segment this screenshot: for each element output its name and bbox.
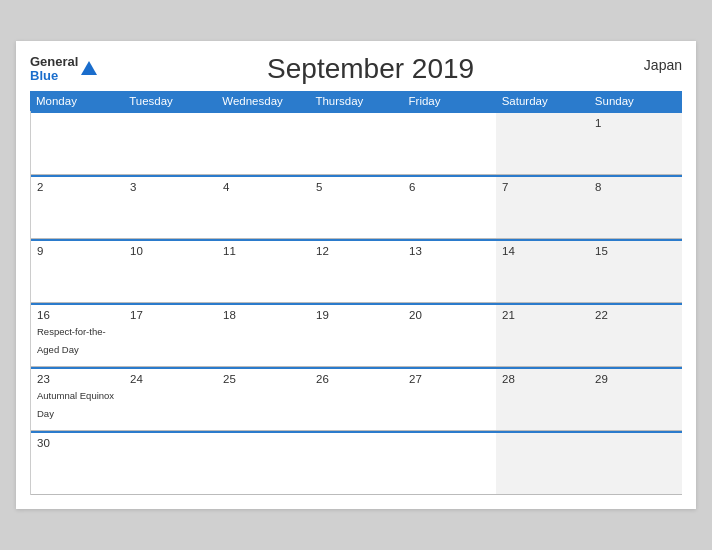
day-number: 10 <box>130 245 211 257</box>
day-headers: MondayTuesdayWednesdayThursdayFridaySatu… <box>30 91 682 111</box>
day-number: 11 <box>223 245 304 257</box>
day-number: 28 <box>502 373 583 385</box>
day-number: 17 <box>130 309 211 321</box>
day-number: 21 <box>502 309 583 321</box>
day-cell-0-2 <box>217 113 310 175</box>
day-cell-0-4 <box>403 113 496 175</box>
day-header-sunday: Sunday <box>589 91 682 111</box>
day-cell-3-5: 21 <box>496 305 589 367</box>
day-number: 1 <box>595 117 676 129</box>
logo-blue-text: Blue <box>30 69 78 83</box>
day-cell-1-6: 8 <box>589 177 682 239</box>
logo-triangle-icon <box>81 61 97 75</box>
day-cell-0-6: 1 <box>589 113 682 175</box>
day-number: 25 <box>223 373 304 385</box>
day-event: Respect-for-the-Aged Day <box>37 326 106 355</box>
logo-general-text: General <box>30 55 78 69</box>
day-cell-2-3: 12 <box>310 241 403 303</box>
calendar-grid: 12345678910111213141516Respect-for-the-A… <box>30 111 682 495</box>
day-number: 15 <box>595 245 676 257</box>
day-number: 14 <box>502 245 583 257</box>
day-cell-1-1: 3 <box>124 177 217 239</box>
day-number: 22 <box>595 309 676 321</box>
day-cell-5-0: 30 <box>31 433 124 495</box>
day-number: 6 <box>409 181 490 193</box>
calendar-header: General Blue September 2019 Japan <box>30 53 682 85</box>
day-header-tuesday: Tuesday <box>123 91 216 111</box>
day-cell-5-6 <box>589 433 682 495</box>
day-cell-4-2: 25 <box>217 369 310 431</box>
day-cell-1-4: 6 <box>403 177 496 239</box>
day-number: 20 <box>409 309 490 321</box>
day-number: 7 <box>502 181 583 193</box>
day-header-saturday: Saturday <box>496 91 589 111</box>
day-cell-0-1 <box>124 113 217 175</box>
calendar-title: September 2019 <box>267 53 474 85</box>
day-header-friday: Friday <box>403 91 496 111</box>
day-number: 9 <box>37 245 118 257</box>
day-number: 27 <box>409 373 490 385</box>
day-cell-2-0: 9 <box>31 241 124 303</box>
day-number: 2 <box>37 181 118 193</box>
day-number: 26 <box>316 373 397 385</box>
day-number: 18 <box>223 309 304 321</box>
day-cell-2-1: 10 <box>124 241 217 303</box>
day-number: 23 <box>37 373 118 385</box>
country-label: Japan <box>644 57 682 73</box>
day-number: 19 <box>316 309 397 321</box>
day-cell-2-2: 11 <box>217 241 310 303</box>
day-number: 3 <box>130 181 211 193</box>
day-cell-0-5 <box>496 113 589 175</box>
day-cell-3-2: 18 <box>217 305 310 367</box>
day-header-thursday: Thursday <box>309 91 402 111</box>
day-cell-4-4: 27 <box>403 369 496 431</box>
day-cell-4-6: 29 <box>589 369 682 431</box>
day-cell-5-4 <box>403 433 496 495</box>
day-number: 12 <box>316 245 397 257</box>
day-number: 13 <box>409 245 490 257</box>
day-number: 29 <box>595 373 676 385</box>
day-cell-2-4: 13 <box>403 241 496 303</box>
day-cell-5-2 <box>217 433 310 495</box>
day-cell-2-6: 15 <box>589 241 682 303</box>
day-header-wednesday: Wednesday <box>216 91 309 111</box>
day-cell-3-0: 16Respect-for-the-Aged Day <box>31 305 124 367</box>
day-cell-1-2: 4 <box>217 177 310 239</box>
logo: General Blue <box>30 55 97 84</box>
day-cell-4-0: 23Autumnal Equinox Day <box>31 369 124 431</box>
day-number: 8 <box>595 181 676 193</box>
day-cell-0-3 <box>310 113 403 175</box>
day-cell-0-0 <box>31 113 124 175</box>
day-number: 16 <box>37 309 118 321</box>
day-cell-1-3: 5 <box>310 177 403 239</box>
day-cell-3-4: 20 <box>403 305 496 367</box>
day-cell-3-3: 19 <box>310 305 403 367</box>
day-cell-4-3: 26 <box>310 369 403 431</box>
day-cell-3-6: 22 <box>589 305 682 367</box>
day-cell-5-5 <box>496 433 589 495</box>
day-cell-4-5: 28 <box>496 369 589 431</box>
day-cell-2-5: 14 <box>496 241 589 303</box>
day-header-monday: Monday <box>30 91 123 111</box>
day-cell-3-1: 17 <box>124 305 217 367</box>
day-event: Autumnal Equinox Day <box>37 390 114 419</box>
day-number: 4 <box>223 181 304 193</box>
day-cell-1-0: 2 <box>31 177 124 239</box>
calendar: General Blue September 2019 Japan Monday… <box>16 41 696 509</box>
day-number: 24 <box>130 373 211 385</box>
day-cell-5-3 <box>310 433 403 495</box>
day-number: 5 <box>316 181 397 193</box>
day-cell-5-1 <box>124 433 217 495</box>
day-cell-1-5: 7 <box>496 177 589 239</box>
day-cell-4-1: 24 <box>124 369 217 431</box>
day-number: 30 <box>37 437 118 449</box>
